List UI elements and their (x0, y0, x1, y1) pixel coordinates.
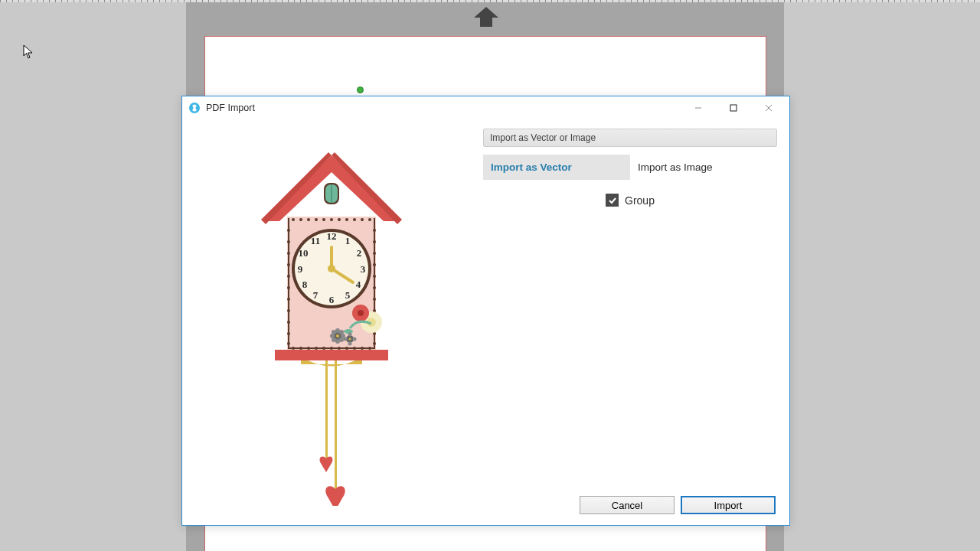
svg-rect-5 (325, 360, 328, 468)
svg-point-24 (287, 286, 290, 289)
svg-point-19 (287, 229, 290, 232)
svg-point-8 (292, 218, 295, 221)
svg-point-91 (348, 342, 352, 346)
svg-text:12: 12 (327, 230, 337, 242)
rotation-handle[interactable] (357, 86, 364, 93)
svg-point-44 (315, 347, 318, 350)
svg-point-31 (373, 240, 376, 243)
tab-import-as-vector[interactable]: Import as Vector (483, 155, 630, 180)
svg-point-10 (307, 218, 310, 221)
svg-point-42 (299, 347, 302, 350)
svg-text:2: 2 (357, 247, 362, 259)
svg-text:1: 1 (345, 235, 351, 246)
svg-text:8: 8 (302, 279, 308, 290)
svg-point-21 (287, 252, 290, 255)
svg-point-47 (338, 347, 341, 350)
svg-point-90 (348, 333, 352, 337)
tab-import-as-image[interactable]: Import as Image (630, 155, 777, 180)
dialog-title: PDF Import (206, 103, 255, 113)
svg-point-20 (287, 240, 290, 243)
svg-point-32 (373, 252, 376, 255)
svg-point-33 (373, 263, 376, 266)
preview-pane: 12 1 2 3 4 5 6 7 8 9 10 11 (182, 119, 483, 525)
svg-point-75 (358, 310, 364, 316)
group-checkbox[interactable] (606, 194, 619, 207)
svg-point-45 (322, 347, 325, 350)
group-checkbox-label: Group (625, 194, 655, 207)
import-button[interactable]: Import (681, 496, 776, 514)
svg-point-9 (299, 218, 302, 221)
svg-point-86 (336, 334, 339, 337)
svg-point-27 (287, 321, 290, 324)
svg-point-92 (349, 338, 351, 341)
svg-point-22 (287, 263, 290, 266)
svg-point-17 (361, 218, 364, 221)
svg-point-15 (345, 218, 348, 221)
svg-rect-6 (335, 360, 337, 498)
svg-point-71 (328, 265, 335, 272)
svg-point-29 (287, 342, 290, 345)
svg-text:10: 10 (299, 247, 309, 259)
svg-point-82 (332, 330, 336, 334)
svg-point-30 (373, 229, 376, 232)
svg-point-16 (353, 218, 356, 221)
svg-point-49 (353, 347, 356, 350)
svg-point-50 (361, 347, 364, 350)
svg-point-35 (373, 286, 376, 289)
svg-text:3: 3 (361, 263, 366, 275)
svg-point-48 (345, 347, 348, 350)
up-arrow-icon (471, 5, 501, 28)
svg-point-41 (292, 347, 295, 350)
dialog-button-row: Cancel Import (580, 496, 776, 514)
svg-point-36 (373, 298, 376, 301)
svg-point-83 (339, 330, 344, 334)
svg-text:11: 11 (311, 235, 320, 246)
svg-point-18 (368, 218, 371, 221)
section-header: Import as Vector or Image (483, 129, 777, 147)
svg-point-43 (307, 347, 310, 350)
svg-point-40 (373, 342, 376, 345)
svg-point-28 (287, 332, 290, 335)
svg-text:6: 6 (329, 294, 335, 305)
options-pane: Import as Vector or Image Import as Vect… (483, 119, 789, 525)
svg-text:9: 9 (298, 263, 303, 275)
cancel-button[interactable]: Cancel (580, 496, 675, 514)
maximize-button[interactable] (716, 96, 751, 119)
svg-rect-7 (275, 350, 388, 360)
svg-point-13 (330, 218, 333, 221)
import-mode-tabs: Import as Vector Import as Image (483, 155, 777, 180)
svg-rect-2 (730, 105, 737, 111)
svg-point-76 (344, 329, 353, 334)
cursor-icon (23, 44, 34, 60)
close-button[interactable] (751, 96, 786, 119)
svg-point-85 (339, 337, 344, 342)
svg-point-12 (322, 218, 325, 221)
svg-point-88 (344, 337, 348, 341)
preview-image: 12 1 2 3 4 5 6 7 8 9 10 11 (255, 146, 408, 506)
svg-point-11 (315, 218, 318, 221)
svg-point-23 (287, 275, 290, 278)
svg-text:7: 7 (313, 289, 318, 301)
titlebar: PDF Import (182, 96, 789, 119)
svg-point-34 (373, 275, 376, 278)
svg-point-89 (353, 337, 357, 341)
svg-point-51 (368, 347, 371, 350)
app-icon (188, 102, 201, 114)
svg-point-25 (287, 298, 290, 301)
svg-point-14 (338, 218, 341, 221)
svg-text:5: 5 (345, 289, 351, 301)
svg-point-26 (287, 309, 290, 312)
svg-point-46 (330, 347, 333, 350)
minimize-button[interactable] (681, 96, 716, 119)
svg-text:4: 4 (356, 279, 361, 290)
pdf-import-dialog: PDF Import (181, 96, 790, 526)
svg-point-84 (332, 337, 336, 342)
